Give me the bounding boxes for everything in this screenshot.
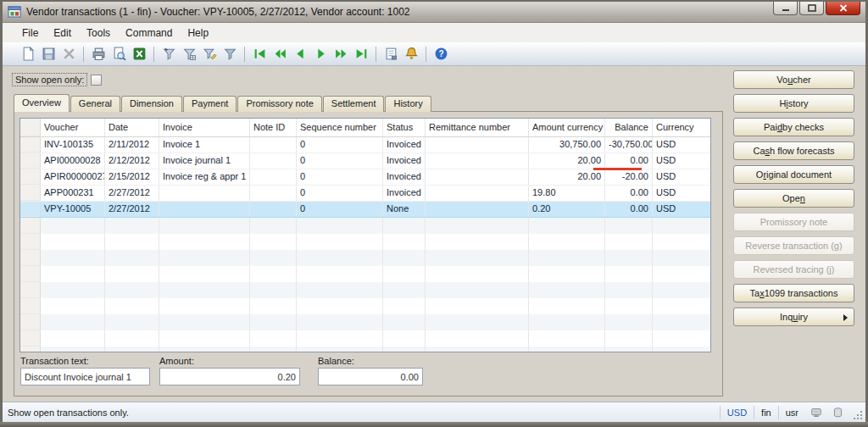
new-icon[interactable] (19, 45, 37, 64)
amount-field[interactable] (159, 368, 300, 385)
cell-remittance-number (426, 153, 529, 169)
statusbar: Show open transactions only. USD fin usr (3, 402, 865, 422)
resize-grip[interactable] (852, 409, 864, 421)
action-button-column: Voucher History Paid by checks Cash flow… (733, 70, 854, 331)
table-row[interactable]: INV-100135 2/11/2012 Invoice 1 0 Invoice… (20, 137, 710, 153)
balance-label: Balance: (318, 356, 423, 366)
col-header-amount-currency[interactable]: Amount currency (529, 119, 605, 136)
show-open-only-label[interactable]: Show open only: (12, 73, 87, 86)
previous-record-icon[interactable] (291, 45, 309, 64)
row-selector[interactable] (20, 169, 41, 185)
cell-invoice: Invoice reg & appr 1 (159, 169, 250, 185)
tab-general[interactable]: General (70, 96, 120, 112)
filter-by-selection-icon[interactable] (159, 45, 178, 64)
balance-field[interactable] (318, 368, 423, 385)
col-header-invoice[interactable]: Invoice (159, 119, 250, 136)
col-header-balance[interactable]: Balance (605, 119, 653, 136)
tab-payment[interactable]: Payment (183, 96, 236, 112)
tab-history[interactable]: History (385, 96, 431, 112)
col-header-date[interactable]: Date (105, 119, 159, 136)
advanced-filter-icon[interactable] (200, 45, 219, 64)
menu-command[interactable]: Command (118, 25, 180, 41)
inquiry-button[interactable]: Inquiry (733, 308, 854, 326)
menu-file[interactable]: File (14, 25, 46, 41)
help-icon[interactable]: ? (431, 45, 450, 64)
print-preview-icon[interactable] (109, 45, 128, 64)
print-icon[interactable] (89, 45, 108, 64)
empty-grid-row (20, 282, 710, 298)
cell-currency: USD (653, 137, 710, 152)
tab-promissory-note[interactable]: Promissory note (237, 96, 321, 112)
cell-amount-currency: 19.80 (529, 186, 605, 201)
maximize-button[interactable] (799, 2, 824, 15)
cell-status: Invoiced (383, 169, 426, 185)
close-button[interactable] (826, 2, 860, 15)
row-selector[interactable] (20, 153, 41, 169)
toolbar: ? (3, 42, 865, 66)
next-group-icon[interactable] (331, 45, 350, 64)
table-row[interactable]: APIR00000027 2/15/2012 Invoice reg & app… (20, 169, 710, 186)
delete-icon[interactable] (59, 45, 78, 64)
col-header-status[interactable]: Status (383, 119, 426, 136)
next-record-icon[interactable] (311, 45, 330, 64)
tab-dimension[interactable]: Dimension (121, 96, 182, 112)
cell-amount-currency: 20.00 (529, 153, 605, 169)
menubar: File Edit Tools Command Help (3, 23, 865, 42)
window-border (0, 422, 868, 427)
original-document-button[interactable]: Original document (733, 165, 854, 184)
row-selector[interactable] (20, 186, 41, 201)
cell-invoice: Invoice 1 (159, 137, 250, 152)
cell-status: None (383, 202, 426, 217)
titlebar: Vendor transactions (1 - fin) - Voucher:… (3, 2, 865, 23)
cash-flow-forecasts-button[interactable]: Cash flow forecasts (733, 141, 854, 160)
menu-edit[interactable]: Edit (46, 25, 79, 41)
voucher-button[interactable]: Voucher (733, 70, 854, 89)
promissory-note-button: Promissory note (733, 213, 854, 231)
window-border (0, 0, 3, 427)
col-header-remittance-number[interactable]: Remittance number (426, 119, 529, 136)
tab-settlement[interactable]: Settlement (323, 96, 385, 112)
table-row[interactable]: API00000028 2/12/2012 Invoice journal 1 … (20, 153, 710, 169)
col-header-voucher[interactable]: Voucher (41, 119, 105, 136)
transaction-text-label: Transaction text: (20, 356, 150, 366)
tab-overview[interactable]: Overview (14, 94, 70, 112)
status-company: fin (754, 406, 778, 419)
cell-date: 2/27/2012 (105, 186, 159, 201)
first-record-icon[interactable] (250, 45, 269, 64)
save-icon[interactable] (39, 45, 58, 64)
amount-label: Amount: (159, 356, 300, 366)
tax-1099-transactions-button[interactable]: Tax 1099 transactions (733, 284, 854, 302)
document-handling-icon[interactable] (381, 45, 400, 64)
transaction-text-field[interactable] (20, 368, 150, 385)
table-row-selected[interactable]: VPY-10005 2/27/2012 0 None 0.20 0.00 USD (20, 202, 710, 218)
row-selector[interactable] (20, 137, 41, 152)
cell-amount-currency: 30,750.00 (529, 137, 605, 152)
previous-group-icon[interactable] (270, 45, 289, 64)
menu-help[interactable]: Help (180, 25, 216, 41)
export-to-excel-icon[interactable] (130, 45, 148, 64)
grid-header-row: Voucher Date Invoice Note ID Sequence nu… (20, 119, 710, 137)
filter-by-grid-icon[interactable] (180, 45, 198, 64)
transactions-grid: Voucher Date Invoice Note ID Sequence nu… (19, 118, 711, 352)
show-open-only-checkbox[interactable] (91, 75, 102, 86)
minimize-button[interactable] (773, 2, 798, 15)
cell-note-id (250, 186, 297, 201)
menu-tools[interactable]: Tools (79, 25, 118, 41)
empty-grid-row (20, 314, 710, 330)
toolbar-separator (244, 47, 245, 62)
alert-icon[interactable] (402, 45, 420, 64)
last-record-icon[interactable] (352, 45, 370, 64)
row-selector-header (20, 119, 41, 136)
open-button[interactable]: Open (733, 189, 854, 208)
table-row[interactable]: APP000231 2/27/2012 0 Invoiced 19.80 0.0… (20, 186, 710, 202)
col-header-sequence-number[interactable]: Sequence number (297, 119, 383, 136)
paid-by-checks-button[interactable]: Paid by checks (733, 118, 854, 136)
history-button[interactable]: History (733, 94, 854, 113)
empty-grid-row (20, 218, 710, 234)
col-header-currency[interactable]: Currency (653, 119, 710, 136)
remove-filter-icon[interactable] (220, 45, 239, 64)
col-header-note-id[interactable]: Note ID (250, 119, 297, 136)
reversed-tracing-button: Reversed tracing (j) (733, 260, 854, 279)
row-selector[interactable] (20, 202, 41, 217)
cell-invoice: Invoice journal 1 (159, 153, 250, 169)
